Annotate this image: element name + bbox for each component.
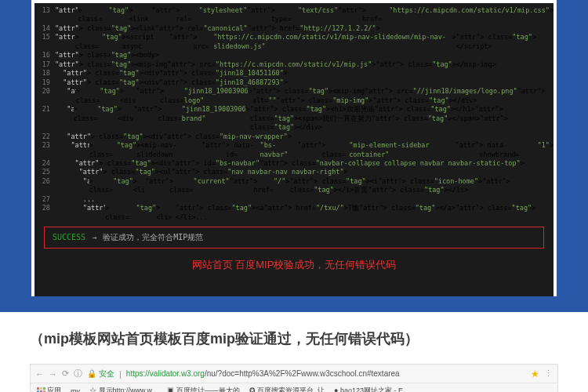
code-line: 28 "attr"> class="tag"><li>"attr"> class… xyxy=(34,204,554,222)
code-line: 16"attr"> class="tag"><body> xyxy=(34,51,554,60)
reload-icon[interactable]: ⟳ xyxy=(62,368,69,379)
status-text: 验证成功，完全符合MIP规范 xyxy=(103,232,203,243)
code-line: 18 "attr"> class="tag"><div"attr"> class… xyxy=(34,69,554,78)
code-line: 22 "attr"> class="tag"><div"attr"> class… xyxy=(34,132,554,141)
url-path: /nu/?doc=http%3A%2F%2Fwww.w3cschool.cn#t… xyxy=(205,369,400,378)
code-line: 27 ... xyxy=(34,195,554,204)
success-word: SUCCESS xyxy=(53,232,85,243)
back-icon[interactable]: ← xyxy=(35,369,44,379)
caption-text: （mip模板网站首页模板百度mip验证通过，无任何错误代码） xyxy=(0,312,588,364)
apps-icon xyxy=(37,387,45,392)
code-line: 17"attr"> class="tag"><mip-img"attr"> sr… xyxy=(34,60,554,69)
info-icon[interactable]: ⓘ xyxy=(74,368,82,379)
bookmarks-bar: 应用 my☆ 显示http://www.w...▣ 百度统计——最大的✪ 百度搜… xyxy=(31,383,557,392)
validator-section: ← → ⟳ ⓘ 🔒 安全 | https://validator.w3.org/… xyxy=(0,364,588,392)
code-editor: 13"attr"> class="tag"><link"attr"> rel="… xyxy=(34,3,554,296)
secure-label: 安全 xyxy=(99,368,114,379)
code-line: 26 "attr"> class="tag"><li"attr"> class=… xyxy=(34,177,554,195)
code-line: 25 "attr"> class="tag"><ul"attr"> class=… xyxy=(34,168,554,176)
url-field[interactable]: https://validator.w3.org/nu/?doc=http%3A… xyxy=(126,369,526,378)
apps-label: 应用 xyxy=(47,386,61,392)
code-line: 15"attr"> class="tag"><script async"attr… xyxy=(34,33,554,51)
status-box: SUCCESS→验证成功，完全符合MIP规范 xyxy=(44,227,544,249)
code-editor-section: 13"attr"> class="tag"><link"attr"> rel="… xyxy=(0,0,588,312)
bookmark-item[interactable]: ● hao123网址之家 - E xyxy=(334,386,403,392)
code-line: 21 "attr"> class="tag"><div"attr"> class… xyxy=(34,105,554,132)
editor-frame: 13"attr"> class="tag"><link"attr"> rel="… xyxy=(31,0,557,296)
red-note: 网站首页 百度MIP校验成功，无任何错误代码 xyxy=(34,249,554,291)
bookmark-item[interactable]: ▣ 百度统计——最大的 xyxy=(167,386,240,392)
star-icon[interactable]: ★ xyxy=(531,368,539,379)
url-host: https://validator.w3.org xyxy=(126,369,205,378)
code-line: 14"attr"> class="tag"><link"attr"> rel="… xyxy=(34,24,554,33)
address-bar: ← → ⟳ ⓘ 🔒 安全 | https://validator.w3.org/… xyxy=(31,365,557,383)
code-line: 20 "attr"> class="tag"><div"attr"> class… xyxy=(34,87,554,105)
code-line: 23 "attr"> class="tag"><mip-nav-slidedow… xyxy=(34,141,554,159)
secure-chip: 🔒 安全 xyxy=(87,368,114,379)
forward-icon[interactable]: → xyxy=(49,369,57,379)
bookmark-item[interactable]: my xyxy=(71,387,80,392)
code-line: 19 "attr"> class="tag"><div"attr"> class… xyxy=(34,78,554,87)
lock-icon: 🔒 xyxy=(87,369,96,378)
code-line: 13"attr"> class="tag"><link"attr"> rel="… xyxy=(34,6,554,24)
bookmark-item[interactable]: ☆ 显示http://www.w... xyxy=(89,386,158,392)
apps-button[interactable]: 应用 xyxy=(37,386,61,392)
browser-window: ← → ⟳ ⓘ 🔒 安全 | https://validator.w3.org/… xyxy=(30,364,558,392)
code-line: 24 "attr"> class="tag"><div"attr"> id="b… xyxy=(34,159,554,168)
bookmark-item[interactable]: ✪ 百度搜索资源平台_让 xyxy=(249,386,325,392)
menu-icon[interactable]: ⋮ xyxy=(544,368,553,379)
